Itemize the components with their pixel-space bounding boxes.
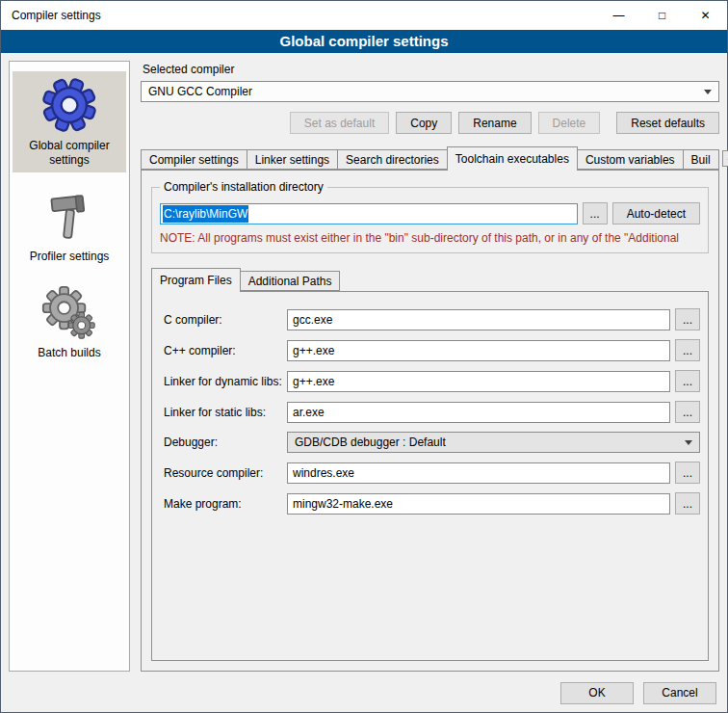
window-controls: — □ ✕ xyxy=(597,1,727,30)
rename-button[interactable]: Rename xyxy=(458,112,531,134)
compiler-settings-window: Compiler settings — □ ✕ Global compiler … xyxy=(0,0,728,713)
titlebar: Compiler settings — □ ✕ xyxy=(1,1,727,30)
minimize-icon[interactable]: — xyxy=(597,1,640,30)
tab-program-files[interactable]: Program Files xyxy=(151,268,241,292)
cpp-compiler-input[interactable] xyxy=(287,340,670,361)
sidebar-item-label: Profiler settings xyxy=(30,250,110,264)
make-program-input[interactable] xyxy=(287,493,670,515)
reset-defaults-button[interactable]: Reset defaults xyxy=(616,112,719,134)
delete-button[interactable]: Delete xyxy=(538,112,601,134)
make-program-label: Make program: xyxy=(164,497,287,511)
c-compiler-input[interactable] xyxy=(287,309,670,330)
maximize-icon[interactable]: □ xyxy=(640,1,684,30)
note-text: NOTE: All programs must exist either in … xyxy=(160,231,700,245)
cpp-compiler-browse-button[interactable]: ... xyxy=(675,339,700,361)
make-program-browse-button[interactable]: ... xyxy=(675,492,700,515)
tab-build-options-truncated[interactable]: Buil xyxy=(683,149,719,170)
sidebar: Global compiler settings Profiler settin… xyxy=(9,61,130,672)
dialog-footer: OK Cancel xyxy=(1,673,727,712)
c-compiler-browse-button[interactable]: ... xyxy=(675,308,700,330)
batch-builds-icon xyxy=(41,285,97,341)
field-row-make-program: Make program: ... xyxy=(164,492,700,515)
window-title: Compiler settings xyxy=(1,9,101,22)
program-files-tab-bar: Program Files Additional Paths xyxy=(151,268,709,291)
close-icon[interactable]: ✕ xyxy=(684,1,727,30)
field-row-linker-static: Linker for static libs: ... xyxy=(164,401,700,423)
tab-scroll-controls: ◀ ▶ xyxy=(718,150,728,170)
cancel-button[interactable]: Cancel xyxy=(643,682,716,704)
program-files-panel: C compiler: ... C++ compiler: ... Linker… xyxy=(151,291,709,661)
sidebar-item-global-compiler-settings[interactable]: Global compiler settings xyxy=(13,71,126,172)
install-dir-browse-button[interactable]: ... xyxy=(583,202,608,224)
field-row-c-compiler: C compiler: ... xyxy=(164,308,700,330)
profiler-icon xyxy=(41,189,97,245)
chevron-down-icon xyxy=(704,90,712,94)
debugger-select[interactable]: GDB/CDB debugger : Default xyxy=(287,432,700,453)
chevron-down-icon xyxy=(685,440,692,445)
linker-static-browse-button[interactable]: ... xyxy=(675,401,700,423)
installation-directory-row: C:\raylib\MinGW ... Auto-detect xyxy=(160,202,700,224)
linker-static-label: Linker for static libs: xyxy=(164,406,287,419)
tab-toolchain-executables[interactable]: Toolchain executables xyxy=(447,146,578,171)
auto-detect-button[interactable]: Auto-detect xyxy=(612,202,700,224)
resource-compiler-input[interactable] xyxy=(287,462,670,484)
sidebar-item-label: Global compiler settings xyxy=(14,139,124,168)
tab-custom-variables[interactable]: Custom variables xyxy=(577,149,684,170)
field-row-debugger: Debugger: GDB/CDB debugger : Default xyxy=(164,432,700,453)
linker-dynamic-input[interactable] xyxy=(287,371,670,392)
compiler-select-value: GNU GCC Compiler xyxy=(148,85,252,98)
linker-dynamic-browse-button[interactable]: ... xyxy=(675,370,700,392)
page-title: Global compiler settings xyxy=(1,30,727,53)
cpp-compiler-label: C++ compiler: xyxy=(164,344,287,357)
toolchain-executables-panel: Compiler's installation directory C:\ray… xyxy=(141,170,719,672)
field-row-cpp-compiler: C++ compiler: ... xyxy=(164,339,700,361)
debugger-select-value: GDB/CDB debugger : Default xyxy=(295,436,446,449)
tab-scroll-left-icon[interactable]: ◀ xyxy=(722,150,728,167)
gear-icon xyxy=(40,76,98,134)
resource-compiler-label: Resource compiler: xyxy=(164,466,287,480)
set-as-default-button[interactable]: Set as default xyxy=(290,112,389,134)
field-row-linker-dynamic: Linker for dynamic libs: ... xyxy=(164,370,700,392)
install-dir-selected-text: C:\raylib\MinGW xyxy=(163,205,248,223)
settings-tab-bar: Compiler settings Linker settings Search… xyxy=(141,146,719,170)
c-compiler-label: C compiler: xyxy=(164,313,287,327)
compiler-actions: Set as default Copy Rename Delete Reset … xyxy=(141,112,719,134)
sidebar-item-batch-builds[interactable]: Batch builds xyxy=(13,280,126,365)
sidebar-item-label: Batch builds xyxy=(38,346,100,360)
tab-additional-paths[interactable]: Additional Paths xyxy=(240,271,341,291)
selected-compiler-label: Selected compiler xyxy=(143,63,719,76)
copy-button[interactable]: Copy xyxy=(396,112,452,134)
sidebar-item-profiler-settings[interactable]: Profiler settings xyxy=(13,184,126,269)
linker-dynamic-label: Linker for dynamic libs: xyxy=(164,375,287,388)
tab-linker-settings[interactable]: Linker settings xyxy=(247,149,338,170)
debugger-label: Debugger: xyxy=(164,436,287,449)
main-area: Selected compiler GNU GCC Compiler Set a… xyxy=(141,61,719,672)
installation-directory-group: Compiler's installation directory C:\ray… xyxy=(151,187,709,253)
resource-compiler-browse-button[interactable]: ... xyxy=(675,462,700,484)
field-row-resource-compiler: Resource compiler: ... xyxy=(164,462,700,484)
install-dir-input[interactable]: C:\raylib\MinGW xyxy=(160,203,578,224)
content-area: Global compiler settings Profiler settin… xyxy=(1,53,727,673)
compiler-select[interactable]: GNU GCC Compiler xyxy=(141,81,719,102)
ok-button[interactable]: OK xyxy=(560,682,634,704)
tab-search-directories[interactable]: Search directories xyxy=(337,149,448,170)
installation-directory-group-title: Compiler's installation directory xyxy=(160,180,327,194)
tab-compiler-settings[interactable]: Compiler settings xyxy=(141,149,247,170)
linker-static-input[interactable] xyxy=(287,402,670,423)
